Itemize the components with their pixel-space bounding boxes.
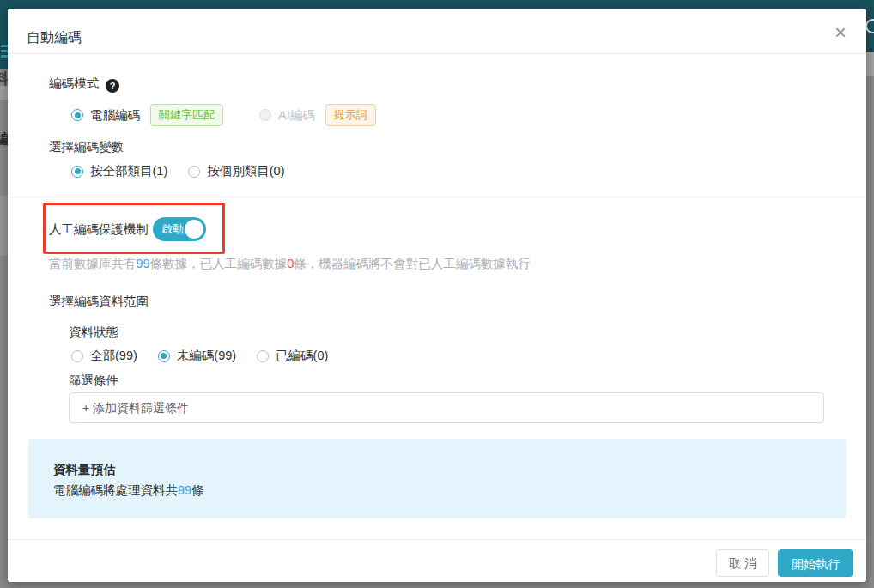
screen: 料 編 自動編碼 × 編碼模式? 電腦編碼 關鍵字匹配 AI編碼 提示詞 選擇編… (0, 0, 874, 588)
estimate-line: 電腦編碼將處理資料共99條 (53, 482, 204, 499)
keyword-match-tag: 關鍵字匹配 (150, 104, 223, 126)
radio-computer-coding[interactable] (71, 109, 83, 121)
close-icon[interactable]: × (835, 22, 847, 43)
cancel-button[interactable]: 取 消 (716, 549, 769, 577)
backdrop-row (0, 196, 8, 256)
estimate-text: 條 (191, 483, 204, 497)
protection-note: 當前數據庫共有99條數據，已人工編碼數據0條，機器編碼將不會對已人工編碼數據執行 (49, 256, 531, 272)
help-icon[interactable] (865, 19, 874, 33)
range-label: 選擇編碼資料范圍 (49, 294, 149, 310)
auto-coding-dialog: 自動編碼 × 編碼模式? 電腦編碼 關鍵字匹配 AI編碼 提示詞 選擇編碼變數 … (8, 9, 866, 582)
estimate-count: 99 (178, 483, 191, 497)
backdrop-row (866, 52, 874, 76)
filter-label: 篩選條件 (69, 373, 118, 389)
footer-divider (8, 539, 866, 540)
protection-toggle[interactable]: 啟動 (153, 217, 206, 241)
data-status-label: 資料狀態 (69, 324, 118, 341)
variables-options: 按全部類目(1) 按個別類目(0) (71, 163, 284, 179)
radio-coded-data[interactable] (257, 350, 269, 362)
coding-mode-text: 編碼模式 (49, 76, 99, 90)
start-execution-button[interactable]: 開始執行 (778, 549, 853, 577)
radio-label[interactable]: AI編碼 (278, 107, 315, 124)
question-mark-icon[interactable]: ? (106, 79, 119, 93)
add-filter-button[interactable]: + 添加資料篩選條件 (69, 392, 824, 423)
radio-label[interactable]: 按個別類目(0) (207, 163, 284, 179)
prompt-tag: 提示詞 (325, 104, 376, 126)
radio-uncoded-data[interactable] (158, 350, 170, 362)
manual-coded-count: 0 (287, 257, 294, 270)
coding-mode-options: 電腦編碼 關鍵字匹配 AI編碼 提示詞 (71, 104, 376, 126)
radio-label[interactable]: 電腦編碼 (90, 107, 140, 124)
radio-all-data[interactable] (71, 350, 83, 362)
radio-label[interactable]: 已編碼(0) (276, 348, 328, 364)
toggle-label: 啟動 (161, 222, 184, 235)
radio-individual-categories[interactable] (188, 166, 200, 178)
estimate-panel: 資料量預估 電腦編碼將處理資料共99條 (28, 439, 846, 518)
radio-all-categories[interactable] (71, 166, 83, 178)
section-divider (8, 197, 866, 197)
note-text: 條，機器編碼將不會對已人工編碼數據執行 (294, 257, 531, 270)
total-count: 99 (137, 257, 150, 270)
estimate-text: 電腦編碼將處理資料共 (53, 483, 178, 497)
dialog-title: 自動編碼 (27, 29, 82, 47)
data-status-options: 全部(99) 未編碼(99) 已編碼(0) (71, 348, 328, 364)
radio-label[interactable]: 未編碼(99) (177, 348, 236, 364)
radio-label[interactable]: 全部(99) (90, 348, 137, 364)
note-text: 當前數據庫共有 (49, 257, 137, 270)
estimate-title: 資料量預估 (53, 462, 116, 478)
coding-mode-label: 編碼模式? (49, 76, 119, 93)
radio-label[interactable]: 按全部類目(1) (90, 163, 167, 179)
protection-label: 人工編碼保護機制 (49, 221, 149, 238)
radio-ai-coding[interactable] (259, 109, 271, 121)
note-text: 條數據，已人工編碼數據 (150, 257, 288, 270)
header-divider (8, 53, 866, 54)
variables-label: 選擇編碼變數 (49, 139, 124, 155)
